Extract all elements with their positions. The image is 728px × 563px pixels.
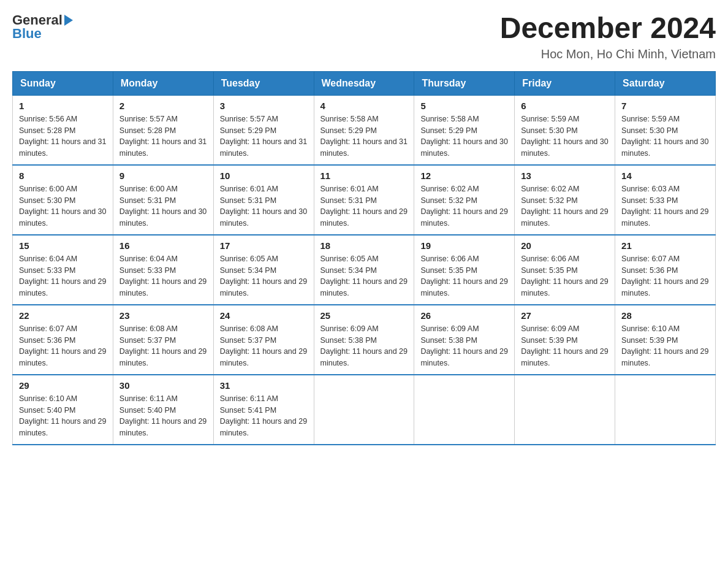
day-info: Sunrise: 6:09 AMSunset: 5:38 PMDaylight:…: [320, 324, 408, 367]
day-info: Sunrise: 6:08 AMSunset: 5:37 PMDaylight:…: [119, 324, 207, 367]
day-info: Sunrise: 6:03 AMSunset: 5:33 PMDaylight:…: [621, 185, 708, 228]
calendar-cell: [615, 375, 716, 445]
calendar-cell: 20 Sunrise: 6:06 AMSunset: 5:35 PMDaylig…: [515, 235, 615, 305]
calendar-cell: 10 Sunrise: 6:01 AMSunset: 5:31 PMDaylig…: [213, 165, 314, 235]
day-info: Sunrise: 6:01 AMSunset: 5:31 PMDaylight:…: [320, 185, 408, 228]
calendar-cell: 7 Sunrise: 5:59 AMSunset: 5:30 PMDayligh…: [615, 95, 716, 165]
day-info: Sunrise: 6:04 AMSunset: 5:33 PMDaylight:…: [19, 255, 106, 297]
day-info: Sunrise: 6:02 AMSunset: 5:32 PMDaylight:…: [521, 185, 608, 228]
day-info: Sunrise: 6:05 AMSunset: 5:34 PMDaylight:…: [220, 255, 307, 297]
calendar-cell: 5 Sunrise: 5:58 AMSunset: 5:29 PMDayligh…: [414, 95, 515, 165]
day-number: 14: [621, 170, 709, 181]
day-info: Sunrise: 6:05 AMSunset: 5:34 PMDaylight:…: [320, 255, 408, 297]
day-info: Sunrise: 6:09 AMSunset: 5:38 PMDaylight:…: [420, 324, 507, 367]
day-number: 20: [521, 240, 609, 251]
day-number: 21: [621, 240, 709, 251]
day-info: Sunrise: 5:57 AMSunset: 5:28 PMDaylight:…: [119, 115, 207, 158]
day-number: 17: [220, 240, 308, 251]
day-number: 12: [420, 170, 508, 181]
calendar-cell: 14 Sunrise: 6:03 AMSunset: 5:33 PMDaylig…: [615, 165, 716, 235]
calendar-cell: 13 Sunrise: 6:02 AMSunset: 5:32 PMDaylig…: [515, 165, 615, 235]
calendar-cell: 15 Sunrise: 6:04 AMSunset: 5:33 PMDaylig…: [13, 235, 113, 305]
calendar-cell: 2 Sunrise: 5:57 AMSunset: 5:28 PMDayligh…: [113, 95, 213, 165]
day-info: Sunrise: 6:09 AMSunset: 5:39 PMDaylight:…: [521, 324, 608, 367]
day-info: Sunrise: 6:00 AMSunset: 5:31 PMDaylight:…: [119, 185, 207, 228]
day-info: Sunrise: 6:06 AMSunset: 5:35 PMDaylight:…: [420, 255, 507, 297]
calendar-cell: [314, 375, 414, 445]
day-info: Sunrise: 6:02 AMSunset: 5:32 PMDaylight:…: [420, 185, 507, 228]
calendar-cell: [515, 375, 615, 445]
day-number: 8: [19, 170, 107, 181]
calendar-cell: 30 Sunrise: 6:11 AMSunset: 5:40 PMDaylig…: [113, 375, 213, 445]
day-number: 19: [420, 240, 508, 251]
calendar-cell: 29 Sunrise: 6:10 AMSunset: 5:40 PMDaylig…: [13, 375, 113, 445]
day-number: 3: [220, 101, 308, 111]
calendar-cell: 3 Sunrise: 5:57 AMSunset: 5:29 PMDayligh…: [213, 95, 314, 165]
week-row-1: 1 Sunrise: 5:56 AMSunset: 5:28 PMDayligh…: [13, 95, 716, 165]
calendar-cell: 31 Sunrise: 6:11 AMSunset: 5:41 PMDaylig…: [213, 375, 314, 445]
day-info: Sunrise: 6:11 AMSunset: 5:41 PMDaylight:…: [220, 394, 307, 437]
day-info: Sunrise: 6:08 AMSunset: 5:37 PMDaylight:…: [220, 324, 307, 367]
day-number: 1: [19, 101, 107, 111]
day-number: 18: [320, 240, 408, 251]
day-number: 7: [621, 101, 709, 111]
calendar-cell: 11 Sunrise: 6:01 AMSunset: 5:31 PMDaylig…: [314, 165, 414, 235]
calendar-cell: 12 Sunrise: 6:02 AMSunset: 5:32 PMDaylig…: [414, 165, 515, 235]
calendar-cell: 16 Sunrise: 6:04 AMSunset: 5:33 PMDaylig…: [113, 235, 213, 305]
day-number: 29: [19, 380, 107, 391]
calendar-cell: 27 Sunrise: 6:09 AMSunset: 5:39 PMDaylig…: [515, 305, 615, 375]
calendar-cell: 1 Sunrise: 5:56 AMSunset: 5:28 PMDayligh…: [13, 95, 113, 165]
calendar-cell: 18 Sunrise: 6:05 AMSunset: 5:34 PMDaylig…: [314, 235, 414, 305]
day-number: 24: [220, 310, 308, 321]
day-info: Sunrise: 6:07 AMSunset: 5:36 PMDaylight:…: [19, 324, 106, 367]
day-info: Sunrise: 5:56 AMSunset: 5:28 PMDaylight:…: [19, 115, 106, 158]
day-number: 4: [320, 101, 408, 111]
day-info: Sunrise: 5:58 AMSunset: 5:29 PMDaylight:…: [420, 115, 507, 158]
calendar-cell: 9 Sunrise: 6:00 AMSunset: 5:31 PMDayligh…: [113, 165, 213, 235]
weekday-header-row: SundayMondayTuesdayWednesdayThursdayFrid…: [13, 71, 716, 95]
day-info: Sunrise: 5:57 AMSunset: 5:29 PMDaylight:…: [220, 115, 307, 158]
day-number: 25: [320, 310, 408, 321]
calendar-cell: 6 Sunrise: 5:59 AMSunset: 5:30 PMDayligh…: [515, 95, 615, 165]
logo: General Blue: [12, 12, 73, 42]
day-number: 28: [621, 310, 709, 321]
calendar-cell: 21 Sunrise: 6:07 AMSunset: 5:36 PMDaylig…: [615, 235, 716, 305]
title-section: December 2024 Hoc Mon, Ho Chi Minh, Viet…: [500, 12, 716, 61]
calendar-cell: 19 Sunrise: 6:06 AMSunset: 5:35 PMDaylig…: [414, 235, 515, 305]
location-title: Hoc Mon, Ho Chi Minh, Vietnam: [500, 47, 716, 61]
day-number: 2: [119, 101, 207, 111]
day-info: Sunrise: 6:04 AMSunset: 5:33 PMDaylight:…: [119, 255, 207, 297]
day-info: Sunrise: 5:58 AMSunset: 5:29 PMDaylight:…: [320, 115, 408, 158]
calendar-cell: 4 Sunrise: 5:58 AMSunset: 5:29 PMDayligh…: [314, 95, 414, 165]
calendar-cell: 17 Sunrise: 6:05 AMSunset: 5:34 PMDaylig…: [213, 235, 314, 305]
day-info: Sunrise: 5:59 AMSunset: 5:30 PMDaylight:…: [621, 115, 708, 158]
weekday-header-monday: Monday: [113, 71, 213, 95]
day-number: 6: [521, 101, 609, 111]
calendar-cell: 23 Sunrise: 6:08 AMSunset: 5:37 PMDaylig…: [113, 305, 213, 375]
day-number: 5: [420, 101, 508, 111]
day-number: 22: [19, 310, 107, 321]
weekday-header-sunday: Sunday: [13, 71, 113, 95]
week-row-3: 15 Sunrise: 6:04 AMSunset: 5:33 PMDaylig…: [13, 235, 716, 305]
weekday-header-thursday: Thursday: [414, 71, 515, 95]
calendar-cell: 22 Sunrise: 6:07 AMSunset: 5:36 PMDaylig…: [13, 305, 113, 375]
calendar-cell: 8 Sunrise: 6:00 AMSunset: 5:30 PMDayligh…: [13, 165, 113, 235]
logo-blue-text: Blue: [12, 26, 73, 42]
day-number: 15: [19, 240, 107, 251]
calendar-cell: [414, 375, 515, 445]
day-info: Sunrise: 6:01 AMSunset: 5:31 PMDaylight:…: [220, 185, 307, 228]
day-info: Sunrise: 5:59 AMSunset: 5:30 PMDaylight:…: [521, 115, 608, 158]
logo-triangle-icon: [64, 15, 73, 26]
day-number: 31: [220, 380, 308, 391]
calendar-table: SundayMondayTuesdayWednesdayThursdayFrid…: [12, 71, 716, 445]
day-info: Sunrise: 6:00 AMSunset: 5:30 PMDaylight:…: [19, 185, 106, 228]
day-number: 11: [320, 170, 408, 181]
weekday-header-saturday: Saturday: [615, 71, 716, 95]
day-number: 9: [119, 170, 207, 181]
weekday-header-friday: Friday: [515, 71, 615, 95]
week-row-4: 22 Sunrise: 6:07 AMSunset: 5:36 PMDaylig…: [13, 305, 716, 375]
day-info: Sunrise: 6:11 AMSunset: 5:40 PMDaylight:…: [119, 394, 207, 437]
day-number: 27: [521, 310, 609, 321]
calendar-cell: 25 Sunrise: 6:09 AMSunset: 5:38 PMDaylig…: [314, 305, 414, 375]
day-number: 13: [521, 170, 609, 181]
